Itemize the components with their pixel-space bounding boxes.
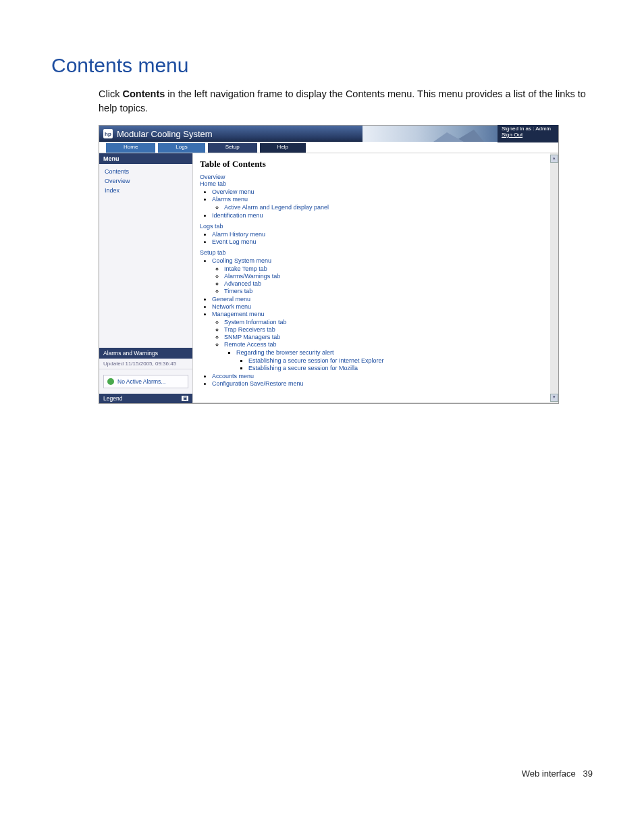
toc-alarm-history-menu[interactable]: Alarm History menu (212, 231, 265, 238)
toc-timers-tab[interactable]: Timers tab (224, 288, 252, 294)
intro-bold: Contents (122, 88, 165, 99)
menu-item-overview[interactable]: Overview (105, 178, 187, 184)
session-box: Signed in as : Admin Sign Out (498, 125, 558, 142)
toc-home-tab[interactable]: Home tab (200, 180, 549, 187)
page-number: 39 (583, 768, 593, 779)
toc-advanced-tab[interactable]: Advanced tab (224, 280, 261, 287)
app-titlebar: hp Modular Cooling System Signed in as :… (99, 126, 558, 142)
menu-panel-title: Menu (99, 153, 192, 164)
menu-item-index[interactable]: Index (105, 187, 187, 194)
toc-management-menu[interactable]: Management menu (212, 311, 265, 317)
toc-trap-receivers-tab[interactable]: Trap Receivers tab (224, 326, 275, 333)
toc-alarms-menu[interactable]: Alarms menu (212, 196, 248, 203)
footer-label: Web interface (522, 768, 576, 779)
scroll-up-icon[interactable]: ▴ (550, 155, 558, 163)
toc-content: Table of Contents Overview Home tab Over… (193, 153, 558, 403)
toc-secure-session-mozilla[interactable]: Establishing a secure session for Mozill… (248, 365, 358, 371)
toc-general-menu[interactable]: General menu (212, 296, 250, 303)
toc-alarms-warnings-tab[interactable]: Alarms/Warnings tab (224, 273, 280, 280)
intro-b: in the left navigation frame to display … (99, 88, 586, 113)
toc-system-info-tab[interactable]: System Information tab (224, 319, 287, 325)
tab-bar: Home Logs Setup Help (99, 142, 558, 153)
intro-paragraph: Click Contents in the left navigation fr… (99, 87, 593, 115)
toc-snmp-managers-tab[interactable]: SNMP Managers tab (224, 334, 280, 340)
alarm-status-box[interactable]: No Active Alarms... (103, 375, 188, 388)
legend-label: Legend (103, 395, 122, 402)
toc-config-save-restore[interactable]: Configuration Save/Restore menu (212, 380, 304, 387)
app-title: Modular Cooling System (117, 129, 213, 139)
sign-out-link[interactable]: Sign Out (502, 132, 554, 138)
left-nav-pane: Menu Contents Overview Index Alarms and … (99, 153, 193, 403)
toc-browser-security-alert[interactable]: Regarding the browser security alert (236, 349, 334, 356)
intro-a: Click (99, 88, 122, 99)
toc-cooling-system-menu[interactable]: Cooling System menu (212, 257, 271, 264)
tab-help[interactable]: Help (260, 143, 306, 153)
hp-logo-icon: hp (103, 129, 113, 138)
vertical-scrollbar[interactable]: ▴ ▾ (550, 153, 558, 403)
header-banner-image (363, 126, 498, 142)
page-footer: Web interface 39 (0, 768, 644, 779)
menu-item-contents[interactable]: Contents (105, 168, 187, 175)
toc-overview-menu[interactable]: Overview menu (212, 188, 254, 195)
alarms-panel-title: Alarms and Warnings (99, 348, 192, 359)
scroll-down-icon[interactable]: ▾ (550, 394, 558, 402)
tab-logs[interactable]: Logs (158, 143, 205, 153)
toc-heading: Table of Contents (200, 159, 549, 170)
toc-logs-tab[interactable]: Logs tab (200, 223, 549, 230)
tab-setup[interactable]: Setup (208, 143, 257, 153)
toc-network-menu[interactable]: Network menu (212, 303, 251, 310)
alarms-updated: Updated 11/15/2005, 09:36:45 (99, 359, 192, 369)
status-ok-icon (107, 378, 114, 385)
legend-collapse-icon[interactable]: ▣ (182, 396, 188, 401)
toc-remote-access-tab[interactable]: Remote Access tab (224, 341, 277, 348)
legend-panel-title[interactable]: Legend ▣ (99, 394, 192, 403)
toc-active-alarm-panel[interactable]: Active Alarm and Legend display panel (224, 204, 329, 211)
toc-secure-session-ie[interactable]: Establishing a secure session for Intern… (248, 357, 384, 364)
toc-setup-tab[interactable]: Setup tab (200, 249, 549, 256)
toc-overview[interactable]: Overview (200, 174, 549, 180)
tab-home[interactable]: Home (106, 143, 155, 153)
toc-intake-temp-tab[interactable]: Intake Temp tab (224, 265, 267, 272)
app-screenshot: hp Modular Cooling System Signed in as :… (99, 125, 559, 404)
toc-event-log-menu[interactable]: Event Log menu (212, 238, 257, 245)
toc-accounts-menu[interactable]: Accounts menu (212, 373, 254, 380)
toc-identification-menu[interactable]: Identification menu (212, 212, 263, 219)
no-active-alarms-label: No Active Alarms... (117, 378, 165, 385)
page-heading: Contents menu (51, 54, 593, 77)
